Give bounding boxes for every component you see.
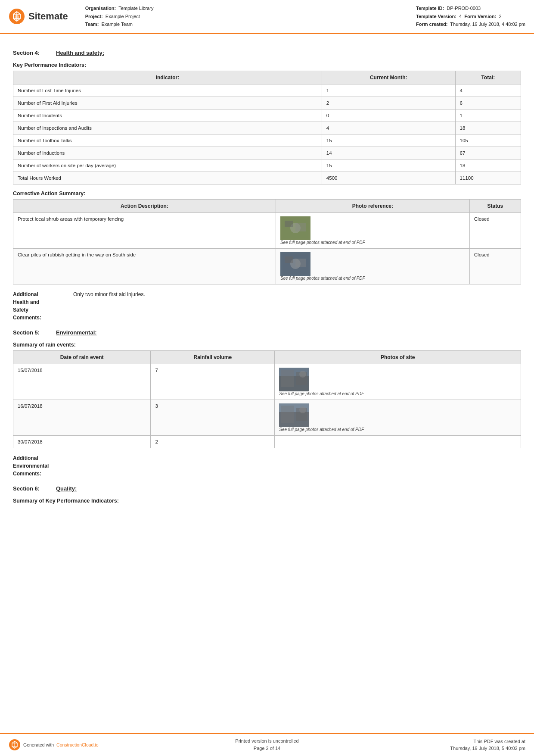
form-created-line: Form created: Thursday, 19 July 2018, 4:… [416,20,525,28]
section4-number: Section 4: [13,50,47,56]
kpi-table-title: Key Performance Indicators: [13,62,521,68]
health-safety-comments-label: AdditionalHealth andSafetyComments: [13,291,73,322]
corrective-action-header-row: Action Description: Photo reference: Sta… [13,200,521,213]
kpi-table-row: Number of Lost Time Injuries 1 4 [13,84,521,97]
kpi-total: 18 [455,122,521,134]
kpi-indicator: Number of Lost Time Injuries [13,84,322,97]
corrective-action-table: Action Description: Photo reference: Sta… [13,199,521,284]
kpi-current-month: 1 [322,84,455,97]
rain-photo: See full page photos attached at end of … [275,400,521,436]
rain-col-date: Date of rain event [13,351,151,364]
kpi-current-month: 15 [322,159,455,172]
rain-events-header-row: Date of rain event Rainfall volume Photo… [13,351,521,364]
org-value: Template Library [118,6,153,11]
corrective-action-row: Protect local shrub areas with temporary… [13,213,521,249]
header: Sitemate Organisation: Template Library … [0,0,534,34]
form-version-value: 2 [499,14,501,19]
svg-rect-13 [295,259,306,267]
footer-pdf-created: This PDF was created at [474,739,525,744]
kpi-table: Indicator: Current Month: Total: Number … [13,71,521,184]
header-meta-right: Template ID: DP-PROD-0003 Template Versi… [416,4,525,28]
rain-col-photos: Photos of site [275,351,521,364]
kpi-total: 11100 [455,172,521,184]
header-meta-left: Organisation: Template Library Project: … [85,4,154,28]
kpi-table-row: Total Hours Worked 4500 11100 [13,172,521,184]
rain-photo-cell: See full page photos attached at end of … [279,403,516,432]
kpi-indicator: Number of Incidents [13,109,322,122]
ca-status: Closed [469,249,521,284]
rain-volume: 7 [151,364,275,400]
kpi-total: 105 [455,134,521,147]
logo-area: Sitemate [9,4,68,28]
footer-logo-area: Generated with ConstructionCloud.io [9,739,103,751]
kpi-indicator: Number of Inspections and Audits [13,122,322,134]
template-id-label: Template ID: [416,6,444,11]
footer-link[interactable]: ConstructionCloud.io [56,742,98,747]
footer-right: This PDF was created at Thursday, 19 Jul… [431,738,525,752]
org-label: Organisation: [85,6,116,11]
template-version-line: Template Version: 4 Form Version: 2 [416,12,525,21]
kpi-table-row: Number of First Aid Injuries 2 6 [13,97,521,109]
kpi-col-total: Total: [455,71,521,84]
rain-volume: 2 [151,436,275,448]
corrective-action-title: Corrective Action Summary: [13,191,521,197]
form-created-value: Thursday, 19 July 2018, 4:48:02 pm [450,22,525,27]
kpi-table-row: Number of workers on site per day (avera… [13,159,521,172]
photo-caption: See full page photos attached at end of … [280,240,365,245]
svg-rect-12 [285,256,293,263]
kpi-current-month: 4 [322,122,455,134]
kpi-current-month: 4500 [322,172,455,184]
rain-photo-caption: See full page photos attached at end of … [279,427,364,432]
footer-page-info: Page 2 of 14 [254,746,280,751]
rain-photo: See full page photos attached at end of … [275,364,521,400]
kpi-col-current-month: Current Month: [322,71,455,84]
org-line: Organisation: Template Library [85,4,154,12]
project-line: Project: Example Project [85,12,154,21]
ca-status: Closed [469,213,521,249]
template-version-label: Template Version: [416,14,456,19]
kpi-current-month: 15 [322,134,455,147]
environmental-comments: AdditionalEnvironmentalComments: [13,454,521,478]
section5-title: Environmental: [56,329,97,336]
kpi-table-row: Number of Inductions 14 67 [13,147,521,159]
kpi-indicator: Number of workers on site per day (avera… [13,159,322,172]
rain-date: 16/07/2018 [13,400,151,436]
rain-photo-caption: See full page photos attached at end of … [279,391,364,396]
kpi-indicator: Number of Inductions [13,147,322,159]
team-label: Team: [85,22,99,27]
kpi-table-row: Number of Inspections and Audits 4 18 [13,122,521,134]
project-value: Example Project [106,14,140,19]
ca-col-photo: Photo reference: [276,200,469,213]
rain-event-row: 15/07/2018 7 See full page photos attach… [13,364,521,400]
rain-events-title: Summary of rain events: [13,342,521,348]
kpi-total: 4 [455,84,521,97]
team-value: Example Team [101,22,133,27]
kpi-indicator: Total Hours Worked [13,172,322,184]
section4-title: Health and safety: [56,50,104,56]
logo-text: Sitemate [28,11,68,22]
form-version-label: Form Version: [464,14,496,19]
section4-header: Section 4: Health and safety: [13,50,521,56]
photo-image [280,252,310,276]
kpi-current-month: 14 [322,147,455,159]
rain-events-table: Date of rain event Rainfall volume Photo… [13,350,521,448]
svg-point-18 [299,371,306,378]
rain-date: 15/07/2018 [13,364,151,400]
section6-header: Section 6: Quality: [13,485,521,492]
footer-generated-label: Generated with [23,742,54,747]
form-created-label: Form created: [416,22,447,27]
team-line: Team: Example Team [85,20,154,28]
environmental-comments-label: AdditionalEnvironmentalComments: [13,454,73,478]
ca-description: Protect local shrub areas with temporary… [13,213,276,249]
kpi-indicator: Number of Toolbox Talks [13,134,322,147]
section6-title: Quality: [56,485,77,492]
kpi-total: 1 [455,109,521,122]
photo-caption: See full page photos attached at end of … [280,276,365,281]
template-id-value: DP-PROD-0003 [447,6,481,11]
svg-rect-16 [281,370,294,387]
section6-number: Section 6: [13,485,47,492]
svg-rect-21 [281,406,294,423]
ca-col-description: Action Description: [13,200,276,213]
main-content: Section 4: Health and safety: Key Perfor… [0,34,534,541]
sitemate-logo-icon [9,8,25,25]
